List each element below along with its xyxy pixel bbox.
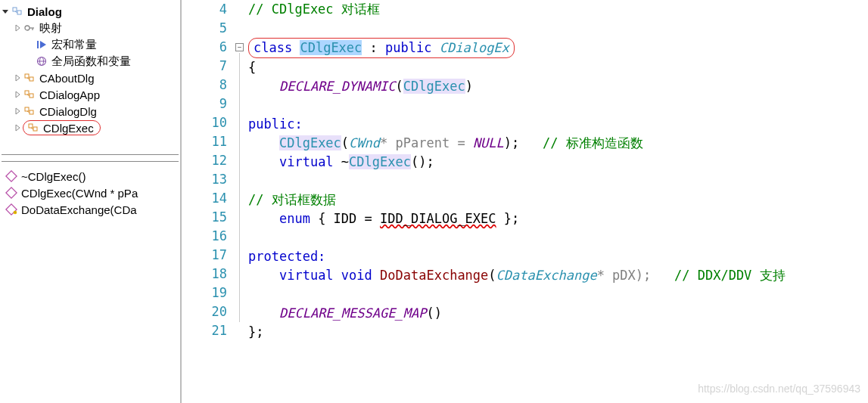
member-list: ~CDlgExec() CDlgExec(CWnd * pPa * DoData… <box>0 165 180 221</box>
method-icon <box>5 169 18 183</box>
tree-item-dialog[interactable]: Dialog <box>0 3 180 20</box>
class-name-selected: CDlgExec <box>300 40 362 55</box>
divider <box>2 154 179 155</box>
tree-label: CDialogApp <box>39 88 100 101</box>
fold-minus-icon[interactable]: − <box>235 43 244 51</box>
svg-rect-1 <box>17 11 21 14</box>
code-line-14[interactable]: // 对话框数据 <box>235 191 868 209</box>
comment: // CDlgExec 对话框 <box>248 2 380 17</box>
code-line-12[interactable]: virtual ~CDlgExec(); <box>235 153 868 172</box>
svg-rect-20 <box>33 127 37 131</box>
line-number-gutter: 4 5 6 7 8 9 10 11 12 13 14 15 16 17 18 1… <box>197 0 235 403</box>
chevron-right-icon[interactable] <box>12 89 23 100</box>
divider <box>2 161 179 162</box>
member-constructor[interactable]: CDlgExec(CWnd * pPa <box>0 184 180 201</box>
line-number: 13 <box>197 170 227 189</box>
line-number: 11 <box>197 132 227 151</box>
annotation-circle: class CDlgExec : public CDialogEx <box>248 38 515 58</box>
line-number: 4 <box>197 0 227 19</box>
code-line-21[interactable]: }; <box>235 323 868 342</box>
code-line-7[interactable]: { <box>235 58 868 77</box>
watermark: https://blog.csdn.net/qq_37596943 <box>698 380 860 398</box>
tree-item-macros[interactable]: ▶ 宏和常量 <box>0 36 180 53</box>
svg-rect-19 <box>29 124 33 128</box>
chevron-down-icon[interactable] <box>0 6 11 17</box>
class-icon <box>26 121 40 135</box>
line-number: 17 <box>197 246 227 265</box>
tree-item-cdialogapp[interactable]: CDialogApp <box>0 86 180 103</box>
tree-label: 宏和常量 <box>51 38 97 52</box>
line-number: 14 <box>197 189 227 208</box>
method-protected-icon: * <box>5 203 18 216</box>
tree-label: CDialogDlg <box>39 105 97 118</box>
chevron-right-icon[interactable] <box>12 73 23 83</box>
tree-item-cdlgexec[interactable]: CDlgExec <box>0 119 180 136</box>
tree-label: Dialog <box>27 5 62 18</box>
member-destructor[interactable]: ~CDlgExec() <box>0 168 180 184</box>
tree-item-caboutdlg[interactable]: CAboutDlg <box>0 70 180 86</box>
svg-rect-16 <box>25 107 29 111</box>
code-area[interactable]: − // CDlgExec 对话框 class CDlgExec : publi… <box>235 0 868 403</box>
globe-icon <box>35 54 48 68</box>
svg-point-3 <box>25 26 30 30</box>
chevron-right-icon[interactable] <box>12 23 23 33</box>
class-icon <box>23 104 36 118</box>
svg-rect-10 <box>25 74 29 78</box>
line-number: 10 <box>197 113 227 132</box>
annotation-circle: CDlgExec <box>23 120 101 135</box>
tree-label: 全局函数和变量 <box>51 54 131 69</box>
key-icon <box>23 21 36 35</box>
code-line-20[interactable]: DECLARE_MESSAGE_MAP() <box>235 304 868 323</box>
member-dodataexchange[interactable]: * DoDataExchange(CDa <box>0 201 180 218</box>
code-line-16[interactable] <box>235 228 868 247</box>
line-number: 15 <box>197 208 227 227</box>
svg-rect-13 <box>25 91 29 95</box>
member-label: DoDataExchange(CDa <box>21 203 137 216</box>
tree-label: 映射 <box>39 21 62 36</box>
line-number: 9 <box>197 95 227 113</box>
code-line-8[interactable]: DECLARE_DYNAMIC(CDlgExec) <box>235 77 868 96</box>
line-number: 7 <box>197 57 227 76</box>
class-icon <box>23 88 36 101</box>
chevron-right-icon[interactable] <box>12 106 23 116</box>
tree-item-globals[interactable]: ▶ 全局函数和变量 <box>0 53 180 70</box>
code-line-10[interactable]: public: <box>235 115 868 134</box>
line-number: 6 <box>197 38 227 57</box>
error-squiggle: IDD_DIALOG_EXEC <box>380 211 496 226</box>
code-line-19[interactable] <box>235 285 868 304</box>
svg-rect-14 <box>30 94 33 98</box>
tree-item-cdialogdlg[interactable]: CDialogDlg <box>0 103 180 119</box>
tree-item-mapping[interactable]: 映射 <box>0 20 180 36</box>
code-line-5[interactable] <box>235 19 868 38</box>
line-number: 21 <box>197 321 227 340</box>
class-icon <box>11 5 24 18</box>
code-line-4[interactable]: // CDlgExec 对话框 <box>235 0 868 19</box>
line-number: 16 <box>197 227 227 246</box>
code-line-13[interactable] <box>235 172 868 191</box>
tree-label: CAboutDlg <box>39 72 95 85</box>
svg-rect-11 <box>30 77 33 81</box>
line-number: 18 <box>197 265 227 284</box>
member-label: CDlgExec(CWnd * pPa <box>21 187 138 200</box>
chevron-right-icon[interactable] <box>12 122 23 133</box>
tree-label: CDlgExec <box>43 122 94 135</box>
code-line-6[interactable]: class CDlgExec : public CDialogEx <box>235 38 868 58</box>
class-tree: Dialog 映射 ▶ 宏和常量 ▶ 全局函数和变量 <box>0 0 180 151</box>
svg-rect-22 <box>6 171 17 181</box>
svg-rect-17 <box>30 110 33 114</box>
method-icon <box>5 186 18 200</box>
skip-icon <box>35 38 48 51</box>
line-number: 8 <box>197 76 227 95</box>
member-label: ~CDlgExec() <box>21 170 86 183</box>
code-line-9[interactable] <box>235 96 868 115</box>
svg-rect-23 <box>6 188 17 198</box>
code-line-15[interactable]: enum { IDD = IDD_DIALOG_EXEC }; <box>235 209 868 228</box>
code-line-11[interactable]: CDlgExec(CWnd* pParent = NULL); // 标准构造函… <box>235 134 868 153</box>
line-number: 12 <box>197 151 227 170</box>
line-number: 5 <box>197 19 227 38</box>
code-line-17[interactable]: protected: <box>235 247 868 266</box>
class-view-sidebar: Dialog 映射 ▶ 宏和常量 ▶ 全局函数和变量 <box>0 0 182 403</box>
code-editor[interactable]: 4 5 6 7 8 9 10 11 12 13 14 15 16 17 18 1… <box>182 0 868 403</box>
code-line-18[interactable]: virtual void DoDataExchange(CDataExchang… <box>235 266 868 285</box>
class-icon <box>23 71 36 85</box>
